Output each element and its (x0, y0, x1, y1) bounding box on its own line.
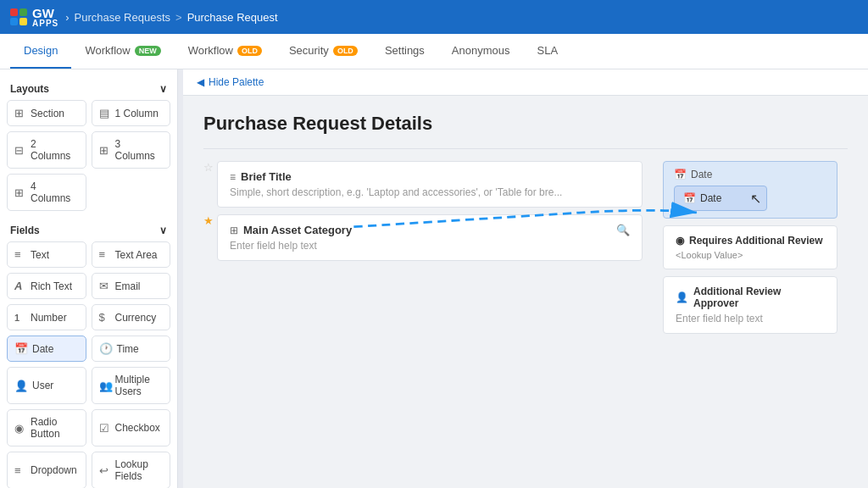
date-icon: 📅 (14, 342, 28, 355)
tab-sla-label: SLA (537, 44, 559, 57)
palette-item-3columns[interactable]: ⊞ 3 Columns (92, 131, 171, 169)
asset-category-type-icon: ⊞ (230, 225, 238, 236)
main-layout: Layouts ∨ ⊞ Section ▤ 1 Column ⊟ 2 Colum… (0, 69, 868, 488)
palette-item-radiobutton[interactable]: ◉ Radio Button (7, 409, 86, 446)
date-item[interactable]: 📅 Date ↖ (674, 186, 767, 211)
tab-workflow-old-label: Workflow (188, 44, 233, 57)
4columns-label: 4 Columns (31, 180, 79, 204)
richtext-icon: A (14, 280, 26, 292)
date-item-calendar-icon: 📅 (683, 192, 696, 204)
right-panel: 📅 Date 📅 Date ↖ (653, 161, 848, 349)
textarea-icon: ≡ (99, 248, 111, 261)
palette-item-1column[interactable]: ▤ 1 Column (92, 100, 171, 126)
asset-category-star[interactable]: ★ (203, 214, 214, 227)
hide-palette-button[interactable]: ◀ Hide Palette (197, 76, 264, 88)
2columns-label: 2 Columns (31, 138, 79, 162)
palette-item-email[interactable]: ✉ Email (92, 273, 171, 299)
2columns-icon: ⊟ (14, 144, 26, 157)
canvas-content: Purchase Request Details ☆ ≡ Brief Title (183, 96, 868, 366)
hide-palette-label: Hide Palette (209, 76, 264, 88)
palette-item-user[interactable]: 👤 User (7, 367, 86, 404)
date-drop-zone[interactable]: 📅 Date 📅 Date ↖ (663, 161, 837, 219)
layouts-section-header[interactable]: Layouts ∨ (7, 78, 170, 100)
requires-additional-review-header: ◉ Requires Additional Review (676, 235, 825, 247)
number-icon: 1 (14, 313, 26, 323)
tab-bar: Design Workflow New Workflow Old Securit… (0, 34, 868, 69)
tab-security[interactable]: Security Old (275, 34, 371, 69)
palette-item-number[interactable]: 1 Number (7, 304, 86, 330)
date-zone-text: Date (691, 169, 712, 180)
date-drop-zone-label: 📅 Date (674, 169, 826, 180)
palette-item-richtext[interactable]: A Rich Text (7, 273, 86, 299)
brief-title-header: ≡ Brief Title (230, 170, 630, 183)
brief-title-field[interactable]: ≡ Brief Title Simple, short description,… (217, 161, 643, 208)
palette-item-textarea[interactable]: ≡ Text Area (92, 241, 171, 268)
top-nav: GW APPS › Purchase Requests > Purchase R… (0, 0, 868, 34)
dropdown-icon: ≡ (14, 464, 26, 477)
brief-title-type-icon: ≡ (230, 171, 236, 183)
layouts-chevron: ∨ (159, 83, 167, 95)
email-icon: ✉ (99, 280, 111, 292)
logo-text: GW APPS (32, 7, 58, 28)
breadcrumb: › Purchase Requests > Purchase Request (65, 11, 277, 24)
3columns-label: 3 Columns (115, 138, 164, 162)
additional-review-approver-header: 👤 Additional Review Approver (676, 286, 825, 309)
fields-chevron: ∨ (159, 225, 167, 236)
logo-gw: GW (32, 7, 58, 19)
form-fields-column: ☆ ≡ Brief Title Simple, short descriptio… (203, 161, 643, 349)
palette-item-4columns[interactable]: ⊞ 4 Columns (7, 174, 86, 211)
checkbox-label: Checkbox (115, 422, 160, 434)
3columns-icon: ⊞ (99, 144, 111, 157)
palette-item-currency[interactable]: $ Currency (92, 304, 171, 330)
richtext-label: Rich Text (31, 280, 72, 292)
tab-design[interactable]: Design (10, 34, 71, 69)
breadcrumb-parent[interactable]: Purchase Requests (75, 11, 170, 24)
fields-section-header[interactable]: Fields ∨ (7, 219, 170, 241)
brief-title-star[interactable]: ☆ (203, 161, 214, 174)
checkbox-icon: ☑ (99, 422, 111, 435)
palette-item-dropdown[interactable]: ≡ Dropdown (7, 452, 86, 488)
layouts-grid: ⊞ Section ▤ 1 Column ⊟ 2 Columns ⊞ 3 Col… (7, 100, 170, 211)
tab-anonymous[interactable]: Anonymous (438, 34, 524, 69)
asset-category-help: Enter field help text (230, 240, 630, 252)
asset-category-field[interactable]: ⊞ Main Asset Category 🔍 Enter field help… (217, 214, 643, 261)
tab-workflow-new-badge: New (135, 46, 161, 56)
4columns-icon: ⊞ (14, 186, 26, 199)
tab-sla[interactable]: SLA (524, 34, 572, 69)
asset-category-row: ★ ⊞ Main Asset Category 🔍 Enter field he… (203, 214, 643, 261)
palette-item-multipleusers[interactable]: 👥 Multiple Users (92, 367, 171, 404)
text-icon: ≡ (14, 248, 26, 261)
breadcrumb-sep-arrow: › (65, 11, 69, 24)
form-and-right-panel: ☆ ≡ Brief Title Simple, short descriptio… (203, 161, 848, 349)
tab-security-label: Security (289, 44, 329, 57)
brief-title-row: ☆ ≡ Brief Title Simple, short descriptio… (203, 161, 643, 208)
textarea-label: Text Area (115, 249, 158, 261)
palette-item-section[interactable]: ⊞ Section (7, 100, 86, 126)
tab-settings[interactable]: Settings (371, 34, 438, 69)
brief-title-label: Brief Title (241, 170, 292, 183)
tab-workflow-new-label: Workflow (85, 44, 130, 57)
form-title: Purchase Request Details (203, 113, 848, 135)
asset-category-label: Main Asset Category (243, 224, 352, 236)
logo-squares (10, 8, 27, 25)
palette-item-date[interactable]: 📅 Date (7, 336, 86, 362)
tab-workflow-old[interactable]: Workflow Old (175, 34, 275, 69)
asset-category-header: ⊞ Main Asset Category 🔍 (230, 224, 630, 236)
email-label: Email (115, 280, 141, 292)
palette-item-time[interactable]: 🕐 Time (92, 336, 171, 362)
tab-anonymous-label: Anonymous (452, 44, 510, 57)
layouts-label: Layouts (10, 83, 49, 95)
palette-item-checkbox[interactable]: ☑ Checkbox (92, 409, 171, 446)
additional-review-approver-field[interactable]: 👤 Additional Review Approver Enter field… (663, 276, 837, 334)
requires-additional-review-field[interactable]: ◉ Requires Additional Review <Lookup Val… (663, 225, 837, 269)
user-label: User (32, 380, 53, 391)
palette-item-lookupfields[interactable]: ↩ Lookup Fields (92, 452, 171, 488)
palette-item-text[interactable]: ≡ Text (7, 241, 86, 268)
logo-sq-green (19, 8, 27, 16)
tab-workflow-new[interactable]: Workflow New (71, 34, 174, 69)
logo-sq-yellow (19, 18, 27, 25)
user-icon: 👤 (14, 380, 28, 392)
fields-label: Fields (10, 225, 40, 236)
date-zone-calendar-icon: 📅 (674, 169, 687, 180)
palette-item-2columns[interactable]: ⊟ 2 Columns (7, 131, 86, 169)
